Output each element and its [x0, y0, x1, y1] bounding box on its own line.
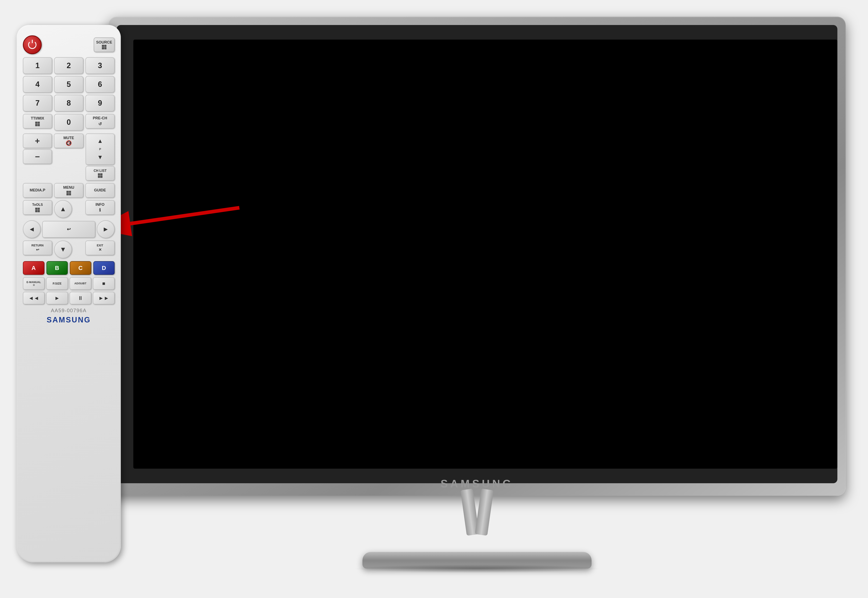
play-button[interactable]: ►	[46, 292, 68, 304]
ch-list-icon	[98, 173, 103, 178]
return-icon: ↩	[36, 248, 39, 252]
tv-brand-label: SAMSUNG	[441, 477, 514, 490]
guide-button[interactable]: GUIDE	[85, 183, 115, 198]
exit-icon: ✕	[99, 248, 102, 252]
ch-label-p: P	[99, 148, 101, 151]
color-d-button[interactable]: D	[93, 261, 115, 275]
remote-brand: SAMSUNG	[47, 315, 91, 324]
btn-6[interactable]: 6	[85, 76, 115, 93]
ff-icon: ►►	[98, 295, 109, 301]
ok-label: ↩	[67, 227, 70, 232]
nav-right-button[interactable]: ►	[97, 220, 115, 238]
stop-button[interactable]: ■	[93, 277, 115, 290]
mute-button[interactable]: MUTE 🔇	[54, 133, 84, 148]
nav-down-button[interactable]: ▼	[54, 241, 72, 258]
ad-subt-label: AD/SUBT	[75, 282, 87, 285]
e-manual-icon: ⊞	[33, 284, 35, 286]
up-arrow: ▲	[60, 205, 66, 213]
btn-4[interactable]: 4	[23, 76, 52, 93]
ch-list-label: CH LIST	[94, 169, 107, 173]
color-a-label: A	[31, 265, 36, 271]
power-icon	[28, 40, 36, 49]
tv-screen	[133, 40, 837, 469]
media-p-button[interactable]: MEDIA.P	[23, 183, 52, 198]
color-b-button[interactable]: B	[46, 261, 68, 275]
color-buttons-row: A B C D	[23, 261, 115, 275]
playback-row: ◄◄ ► ⏸ ►►	[23, 292, 115, 304]
down-arrow: ▼	[60, 245, 66, 253]
e-manual-button[interactable]: E-MANUAL ⊞	[23, 277, 45, 290]
stand-shadow	[352, 564, 602, 573]
tools-button[interactable]: ToOLS	[23, 200, 52, 215]
btn-tti-mix[interactable]: TTI/MIX	[23, 114, 52, 129]
pause-icon: ⏸	[78, 295, 83, 301]
media-function-row: E-MANUAL ⊞ P.SIZE AD/SUBT ■	[23, 277, 115, 290]
tti-icon	[35, 122, 40, 126]
mute-icon: 🔇	[66, 140, 72, 146]
nav-lr-row: ◄ ↩ ►	[23, 220, 115, 238]
color-c-button[interactable]: C	[70, 261, 91, 275]
stand-neck-right	[475, 489, 494, 536]
btn-0[interactable]: 0	[54, 114, 83, 131]
ad-subt-button[interactable]: AD/SUBT	[70, 277, 91, 290]
menu-icon	[66, 191, 71, 195]
color-d-label: D	[102, 265, 106, 271]
btn-2[interactable]: 2	[54, 57, 83, 74]
ch-list-button[interactable]: CH LIST	[86, 166, 115, 181]
menu-row: MEDIA.P MENU GUIDE	[23, 183, 115, 198]
tv-stand	[352, 489, 602, 569]
rewind-icon: ◄◄	[28, 295, 39, 301]
number-pad: 1 2 3 4 5 6 7 8 9	[23, 57, 115, 111]
nav-up-button[interactable]: ▲	[54, 200, 72, 218]
nav-ok-button[interactable]: ↩	[42, 221, 95, 238]
power-button[interactable]	[23, 36, 42, 54]
btn-3[interactable]: 3	[85, 57, 115, 74]
exit-button[interactable]: EXIT ✕	[85, 241, 115, 255]
navigation-section: ◄ ↩ ►	[23, 220, 115, 238]
color-a-button[interactable]: A	[23, 261, 44, 275]
btn-7[interactable]: 7	[23, 95, 52, 111]
return-row: RETURN ↩ ▼ EXIT ✕	[23, 241, 115, 258]
nav-left-button[interactable]: ◄	[23, 220, 40, 238]
right-arrow: ►	[103, 225, 109, 233]
remote-top-row: SOURCE	[23, 36, 115, 54]
stop-icon: ■	[102, 281, 105, 287]
color-b-label: B	[55, 265, 59, 271]
vol-ch-section: + − MUTE 🔇 ▲ P ▼ CH LIST	[23, 133, 115, 181]
channel-rocker[interactable]: ▲ P ▼	[86, 133, 115, 165]
tools-row: ToOLS ▲ INFO ℹ	[23, 200, 115, 218]
rewind-button[interactable]: ◄◄	[23, 292, 45, 304]
ch-down-arrow: ▼	[97, 154, 103, 161]
info-icon: ℹ	[99, 208, 101, 212]
channel-control: ▲ P ▼ CH LIST	[86, 133, 115, 181]
btn-5[interactable]: 5	[54, 76, 83, 93]
btn-pre-ch[interactable]: PRE-CH ↺	[85, 114, 115, 129]
btn-8[interactable]: 8	[54, 95, 83, 111]
volume-control: + −	[23, 133, 52, 181]
tools-icon	[35, 208, 40, 212]
model-number: AA59-00796A	[51, 308, 87, 314]
volume-up-button[interactable]: +	[23, 133, 52, 148]
fast-forward-button[interactable]: ►►	[93, 292, 115, 304]
remote-control: SOURCE 1 2 3 4 5 6 7 8 9 TTI/MIX	[16, 25, 121, 562]
btn-1[interactable]: 1	[23, 57, 52, 74]
source-button[interactable]: SOURCE	[94, 37, 115, 52]
color-c-label: C	[78, 265, 82, 271]
e-manual-label: E-MANUAL	[27, 281, 41, 284]
left-arrow: ◄	[28, 225, 35, 233]
return-button[interactable]: RETURN ↩	[23, 241, 52, 255]
p-size-button[interactable]: P.SIZE	[46, 277, 68, 290]
ch-up-arrow: ▲	[97, 138, 103, 144]
ch-label-container: P	[99, 148, 101, 151]
pre-ch-icon: ↺	[98, 121, 102, 126]
btn-9[interactable]: 9	[85, 95, 115, 111]
info-button[interactable]: INFO ℹ	[85, 200, 115, 215]
volume-down-button[interactable]: −	[23, 150, 52, 164]
source-icon	[102, 45, 106, 49]
tv-bezel	[117, 25, 837, 483]
special-row: TTI/MIX 0 PRE-CH ↺	[23, 114, 115, 131]
pause-button[interactable]: ⏸	[70, 292, 91, 304]
tv-body: SAMSUNG	[108, 16, 846, 496]
menu-button[interactable]: MENU	[54, 183, 83, 198]
tv: SAMSUNG	[108, 16, 846, 569]
